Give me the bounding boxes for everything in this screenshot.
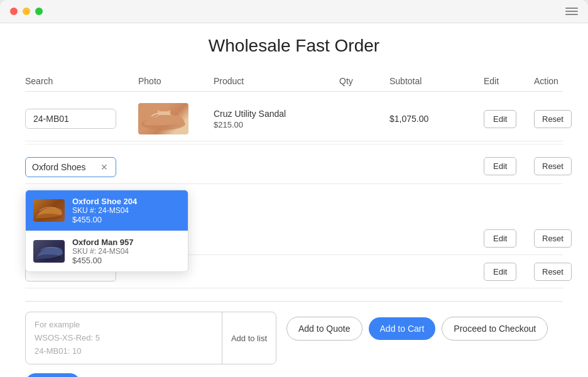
col-edit: Edit — [484, 76, 534, 86]
app-window: Wholesale Fast Order Search Photo Produc… — [0, 0, 588, 377]
reset-button-2[interactable]: Reset — [534, 157, 572, 175]
add-to-cart-button[interactable]: Add to Cart — [369, 317, 436, 340]
reset-button-4[interactable]: Reset — [534, 263, 572, 281]
dropdown-item-name-2: Oxford Man 957 — [72, 238, 134, 247]
svg-rect-2 — [159, 109, 169, 111]
dropdown-item-oxford-man[interactable]: Oxford Man 957 SKU #: 24-MS04 $455.00 — [26, 231, 188, 271]
col-search: Search — [25, 76, 138, 86]
dropdown-item-sku-1: SKU #: 24-MS04 — [72, 206, 137, 215]
table-header: Search Photo Product Qty Subtotal Edit A… — [25, 71, 563, 92]
table-row: Cruz Utility Sandal $215.00 $1,075.00 Ed… — [25, 97, 563, 141]
dropdown-image-oxford-204 — [33, 199, 65, 222]
product-price-1: $215.00 — [214, 120, 339, 129]
dropdown-item-info-1: Oxford Shoe 204 SKU #: 24-MS04 $455.00 — [72, 197, 137, 224]
placeholder-line2: WSOS-XS-Red: 5 — [35, 332, 213, 345]
search-cell-2: Oxford Shoes ✕ — [25, 157, 138, 177]
upload-row: Upload Download .csv sample — [25, 373, 563, 377]
edit-cell-4: Edit — [484, 263, 534, 281]
upload-button[interactable]: Upload — [25, 373, 80, 377]
edit-button-4[interactable]: Edit — [484, 263, 516, 281]
photo-cell-1 — [138, 103, 214, 134]
add-to-quote-button[interactable]: Add to Quote — [286, 317, 362, 341]
action-cell-3: Reset — [534, 229, 588, 248]
close-button[interactable] — [10, 8, 18, 15]
oxford-search-input[interactable]: Oxford Shoes ✕ — [25, 157, 116, 177]
edit-cell-1: Edit — [484, 110, 534, 128]
subtotal-cell-1: $1,075.00 — [389, 113, 484, 124]
maximize-button[interactable] — [35, 8, 43, 15]
dropdown-item-info-2: Oxford Man 957 SKU #: 24-MS04 $455.00 — [72, 238, 134, 265]
search-input-1[interactable] — [25, 109, 116, 129]
page-title: Wholesale Fast Order — [25, 36, 563, 56]
reset-button-1[interactable]: Reset — [534, 110, 572, 128]
edit-button-1[interactable]: Edit — [484, 110, 516, 128]
divider-1 — [25, 144, 563, 145]
dropdown-item-oxford-204[interactable]: Oxford Shoe 204 SKU #: 24-MS04 $455.00 — [26, 190, 188, 231]
svg-point-4 — [36, 254, 62, 261]
svg-point-3 — [36, 214, 62, 220]
action-buttons-group: Add to Quote Add to Cart Proceed to Chec… — [286, 312, 548, 341]
col-subtotal: Subtotal — [389, 76, 484, 86]
placeholder-line3: 24-MB01: 10 — [35, 345, 213, 358]
dropdown-image-oxford-man — [33, 240, 65, 263]
dropdown-item-price-1: $455.00 — [72, 215, 137, 224]
product-image-sandal — [138, 103, 188, 134]
menu-icon[interactable] — [565, 8, 578, 15]
bulk-order-textarea-wrapper: For example WSOS-XS-Red: 5 24-MB01: 10 A… — [25, 312, 276, 364]
action-cell-1: Reset — [534, 110, 588, 128]
product-cell-1: Cruz Utility Sandal $215.00 — [214, 109, 339, 129]
edit-cell-2: Edit — [484, 157, 534, 175]
dropdown-item-price-2: $455.00 — [72, 256, 134, 265]
reset-button-3[interactable]: Reset — [534, 229, 572, 248]
edit-button-3[interactable]: Edit — [484, 229, 516, 248]
textarea-placeholder: For example WSOS-XS-Red: 5 24-MB01: 10 — [26, 312, 222, 364]
table-row-oxford: Oxford Shoes ✕ — [25, 150, 563, 184]
proceed-to-checkout-button[interactable]: Proceed to Checkout — [442, 317, 548, 341]
col-action: Action — [534, 76, 588, 86]
titlebar — [0, 0, 588, 23]
action-cell-2: Reset — [534, 157, 588, 175]
add-to-list-button[interactable]: Add to list — [222, 312, 276, 364]
clear-button[interactable]: ✕ — [99, 162, 109, 172]
edit-cell-3: Edit — [484, 229, 534, 248]
col-product: Product — [214, 76, 339, 86]
edit-button-2[interactable]: Edit — [484, 157, 516, 175]
action-cell-4: Reset — [534, 263, 588, 281]
dropdown-item-sku-2: SKU #: 24-MS04 — [72, 247, 134, 256]
main-content: Wholesale Fast Order Search Photo Produc… — [0, 23, 588, 377]
placeholder-line1: For example — [35, 319, 213, 332]
oxford-search-value: Oxford Shoes — [32, 162, 86, 172]
col-qty: Qty — [339, 76, 389, 86]
search-cell-1 — [25, 109, 138, 129]
minimize-button[interactable] — [23, 8, 30, 15]
search-dropdown: Oxford Shoe 204 SKU #: 24-MS04 $455.00 — [25, 190, 188, 272]
subtotal-value-1: $1,075.00 — [389, 114, 428, 124]
dropdown-item-name-1: Oxford Shoe 204 — [72, 197, 137, 206]
col-photo: Photo — [138, 76, 214, 86]
product-name-1: Cruz Utility Sandal — [214, 109, 339, 119]
